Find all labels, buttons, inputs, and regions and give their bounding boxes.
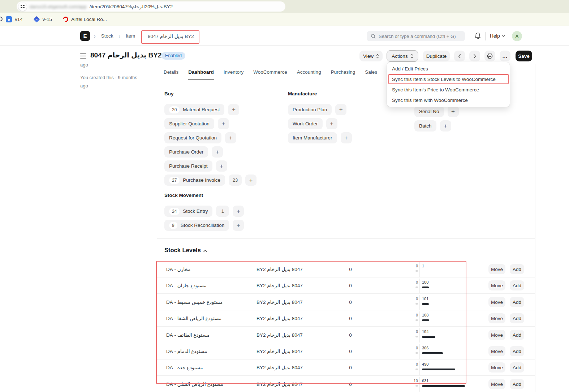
collapse-chevron-up-icon[interactable] xyxy=(203,250,207,253)
next-record-button[interactable] xyxy=(469,51,480,61)
plus-button[interactable]: + xyxy=(448,106,459,117)
reserved-qty-bar xyxy=(415,287,418,288)
plus-button[interactable]: + xyxy=(245,175,257,186)
tab-woocommerce[interactable]: WooCommerce xyxy=(253,69,287,80)
plus-button[interactable]: + xyxy=(233,206,244,217)
move-button[interactable]: Move xyxy=(488,379,505,389)
warehouse-cell: مستودع الدمام - DA xyxy=(166,343,207,359)
tab-accounting[interactable]: Accounting xyxy=(297,69,321,80)
diamond-favicon-icon: e xyxy=(33,16,40,22)
search-icon xyxy=(371,34,376,39)
notifications-bell-icon[interactable] xyxy=(474,32,481,39)
erpnext-logo[interactable]: E xyxy=(80,31,90,41)
add-button[interactable]: Add xyxy=(510,280,524,290)
site-settings-icon[interactable] xyxy=(18,3,27,11)
bookmark-item[interactable]: Airtel Local Ro... xyxy=(63,17,107,22)
add-button[interactable]: Add xyxy=(510,313,524,323)
add-button[interactable]: Add xyxy=(510,362,524,372)
column-divider xyxy=(419,377,420,392)
move-button[interactable]: Move xyxy=(488,280,505,290)
tab-sales[interactable]: Sales xyxy=(365,69,377,80)
dashboard-link-button[interactable]: Purchase Receipt xyxy=(164,160,212,172)
bookmark-item[interactable]: ev-15 xyxy=(34,16,52,22)
dashboard-link-button[interactable]: Purchase Order xyxy=(164,146,208,158)
dashboard-link-button[interactable]: 9Stock Reconciliation xyxy=(164,220,229,231)
dashboard-link-button[interactable]: Production Plan xyxy=(288,104,332,115)
avatar[interactable]: A xyxy=(512,31,522,41)
move-button[interactable]: Move xyxy=(488,362,505,372)
extra-count-pill[interactable]: 23 xyxy=(229,175,242,186)
actions-button[interactable]: Actions xyxy=(387,51,418,61)
dashboard-link-button[interactable]: Request for Quotation xyxy=(164,132,221,143)
plus-button[interactable]: + xyxy=(440,120,451,132)
extra-count-pill[interactable]: 1 xyxy=(216,206,229,217)
dashboard-link-button[interactable]: Work Order xyxy=(288,118,323,129)
sidebar-created-text: You created this · 9 months ago xyxy=(80,73,143,90)
airtel-favicon-icon xyxy=(62,16,69,23)
add-button[interactable]: Add xyxy=(510,330,524,340)
dashboard-link-button[interactable]: Serial No xyxy=(414,106,444,117)
search-placeholder: Search or type a command (Ctrl + G) xyxy=(379,34,456,39)
dashboard-link-button[interactable]: Supplier Quotation xyxy=(164,118,214,129)
move-button[interactable]: Move xyxy=(488,297,505,307)
add-button[interactable]: Add xyxy=(510,346,524,356)
move-button[interactable]: Move xyxy=(488,330,505,340)
more-options-button[interactable]: ... xyxy=(500,51,510,61)
move-button[interactable]: Move xyxy=(488,264,505,274)
tab-dashboard[interactable]: Dashboard xyxy=(188,69,214,80)
qty-value: 1 xyxy=(422,264,424,268)
dashboard-button-row: Purchase Order+ xyxy=(164,146,223,158)
dashboard-link-button[interactable]: 24Stock Entry xyxy=(164,206,212,217)
print-button[interactable] xyxy=(484,51,495,61)
sidebar-toggle-icon[interactable] xyxy=(80,53,86,60)
url-bar[interactable]: darco15.etqansoft.com/app /item/بديل%20ا… xyxy=(17,1,285,12)
add-button[interactable]: Add xyxy=(510,297,524,307)
tab-details[interactable]: Details xyxy=(164,69,178,80)
view-button[interactable]: View xyxy=(359,51,383,61)
duplicate-button[interactable]: Duplicate xyxy=(423,51,450,61)
sidebar-activity-partial: ago xyxy=(80,62,88,68)
menu-item[interactable]: Add / Edit Prices xyxy=(387,64,510,74)
menu-item[interactable]: Sync this Item with WooCommerce xyxy=(387,95,510,105)
menu-item[interactable]: Sync this Item's Price to WooCommerce xyxy=(387,85,510,95)
move-button[interactable]: Move xyxy=(488,346,505,356)
dashboard-link-button[interactable]: 20Material Request xyxy=(164,104,224,115)
breadcrumb-item[interactable]: Stock xyxy=(101,33,113,39)
dashboard-link-button[interactable]: Item Manufacturer xyxy=(288,132,337,143)
search-input[interactable]: Search or type a command (Ctrl + G) xyxy=(367,31,465,41)
stock-levels-heading: Stock Levels xyxy=(164,247,201,254)
table-row: مستودع الدمام - DA8047 بديل الرخام BY200… xyxy=(157,343,535,359)
count-badge: 27 xyxy=(169,177,180,184)
plus-button[interactable]: + xyxy=(326,118,337,129)
menu-item[interactable]: Sync this Item's Stock Levels to WooComm… xyxy=(387,74,510,85)
plus-button[interactable]: + xyxy=(335,104,346,115)
save-button[interactable]: Save xyxy=(516,51,532,61)
qty-bar xyxy=(422,369,455,370)
bookmark-item[interactable]: ev14 xyxy=(6,16,23,22)
move-button[interactable]: Move xyxy=(488,313,505,323)
reserved-qty-cell: 0 xyxy=(394,297,418,301)
chevron-left-icon xyxy=(458,54,461,59)
breadcrumb-separator: › xyxy=(118,33,120,39)
plus-button[interactable]: + xyxy=(216,160,227,172)
table-row: مستودع جازان - DA8047 بديل الرخام BY2001… xyxy=(157,277,535,294)
plus-button[interactable]: + xyxy=(218,118,229,129)
plus-button[interactable]: + xyxy=(233,220,244,231)
tab-purchasing[interactable]: Purchasing xyxy=(331,69,355,80)
breadcrumb-item[interactable]: Item xyxy=(126,33,135,39)
actual-qty-cell: 0 xyxy=(347,359,354,376)
previous-record-button[interactable] xyxy=(454,51,465,61)
help-menu[interactable]: Help xyxy=(490,33,505,39)
dashboard-link-button[interactable]: Batch xyxy=(414,120,436,132)
plus-button[interactable]: + xyxy=(212,146,223,158)
plus-button[interactable]: + xyxy=(228,104,239,115)
qty-bar xyxy=(422,336,435,338)
printer-icon xyxy=(487,53,493,59)
plus-button[interactable]: + xyxy=(341,132,352,143)
dashboard-link-button[interactable]: 27Purchase Invoice xyxy=(164,175,225,186)
add-button[interactable]: Add xyxy=(510,264,524,274)
tab-inventory[interactable]: Inventory xyxy=(224,69,244,80)
add-button[interactable]: Add xyxy=(510,379,524,389)
item-cell: 8047 بديل الرخام BY2 xyxy=(257,359,303,376)
plus-button[interactable]: + xyxy=(225,132,236,143)
